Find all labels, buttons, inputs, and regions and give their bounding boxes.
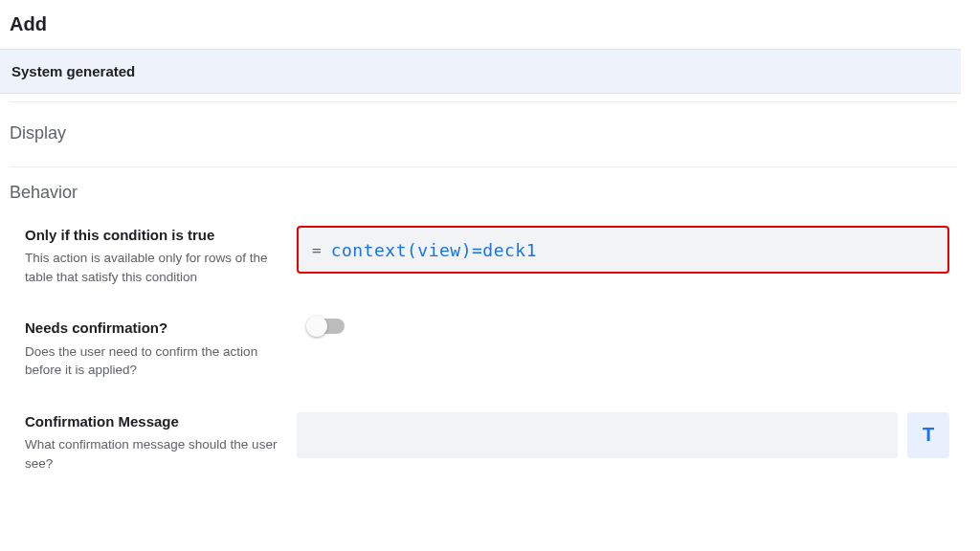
confirm-msg-label: Confirmation Message (25, 412, 297, 431)
confirm-msg-desc: What confirmation message should the use… (25, 435, 297, 473)
needs-confirm-control (297, 319, 970, 334)
needs-confirm-toggle[interactable] (308, 319, 345, 334)
section-header-behavior[interactable]: Behavior (0, 167, 980, 226)
expression-text: context(view)=deck1 (331, 240, 537, 260)
toggle-knob (306, 316, 327, 337)
needs-confirm-desc: Does the user need to confirm the action… (25, 342, 297, 380)
expression-prefix-icon: = (312, 241, 322, 259)
needs-confirm-label-col: Needs confirmation? Does the user need t… (10, 319, 297, 379)
settings-panel: Add System generated Display Behavior On… (0, 0, 980, 473)
condition-expression-input[interactable]: = context(view)=deck1 (297, 226, 949, 274)
field-row-condition: Only if this condition is true This acti… (10, 226, 970, 286)
confirm-msg-label-col: Confirmation Message What confirmation m… (10, 412, 297, 473)
needs-confirm-label: Needs confirmation? (25, 319, 297, 338)
confirm-msg-control: T (297, 412, 970, 458)
field-row-confirmation-message: Confirmation Message What confirmation m… (10, 412, 970, 473)
page-title: Add (0, 0, 980, 49)
text-icon: T (923, 424, 934, 446)
condition-desc: This action is available only for rows o… (25, 249, 297, 286)
field-row-needs-confirmation: Needs confirmation? Does the user need t… (10, 319, 970, 379)
condition-control: = context(view)=deck1 (297, 226, 970, 274)
system-generated-banner[interactable]: System generated (0, 49, 961, 94)
condition-label: Only if this condition is true (25, 226, 297, 245)
section-header-display[interactable]: Display (0, 102, 980, 159)
condition-label-col: Only if this condition is true This acti… (10, 226, 297, 286)
confirm-msg-input-wrap: T (297, 412, 949, 458)
confirm-msg-input[interactable] (297, 412, 898, 458)
behavior-section-body: Only if this condition is true This acti… (0, 226, 980, 473)
text-format-button[interactable]: T (907, 412, 949, 458)
